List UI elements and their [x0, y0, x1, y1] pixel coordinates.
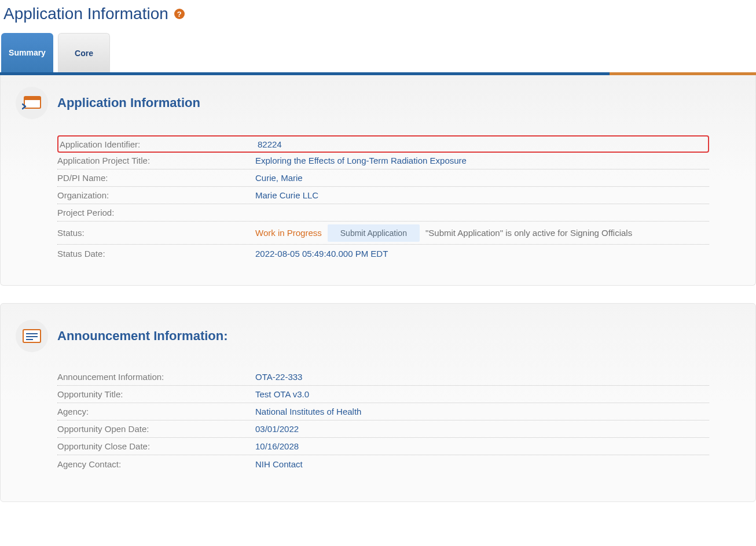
label-contact: Agency Contact: [57, 459, 255, 469]
row-open-date: Opportunity Open Date: 03/01/2022 [57, 420, 709, 438]
label-status-date: Status Date: [57, 249, 255, 259]
row-announcement-info: Announcement Information: OTA-22-333 [57, 368, 709, 386]
submit-application-button[interactable]: Submit Application [328, 224, 420, 242]
row-status-date: Status Date: 2022-08-05 05:49:40.000 PM … [57, 245, 709, 262]
row-organization: Organization: Marie Curie LLC [57, 187, 709, 204]
value-status: Work in Progress [255, 228, 322, 238]
value-opp-title: Test OTA v3.0 [255, 389, 709, 399]
row-project-title: Application Project Title: Exploring the… [57, 152, 709, 169]
row-agency-contact: Agency Contact: NIH Contact [57, 455, 709, 473]
label-ann-info: Announcement Information: [57, 372, 255, 382]
value-ann-info: OTA-22-333 [255, 372, 709, 382]
value-proj-title: Exploring the Effects of Long-Term Radia… [255, 156, 709, 165]
label-org: Organization: [57, 190, 255, 200]
row-pi-name: PD/PI Name: Curie, Marie [57, 169, 709, 187]
label-status: Status: [57, 228, 255, 238]
help-icon[interactable]: ? [174, 9, 185, 19]
label-open: Opportunity Open Date: [57, 424, 255, 434]
label-pi: PD/PI Name: [57, 173, 255, 183]
application-section-icon [16, 87, 48, 119]
row-close-date: Opportunity Close Date: 10/16/2028 [57, 438, 709, 455]
row-agency: Agency: National Institutes of Health [57, 403, 709, 420]
tab-core[interactable]: Core [58, 33, 110, 72]
announcement-section-icon [16, 320, 48, 352]
value-app-id: 82224 [258, 139, 707, 149]
row-application-identifier: Application Identifier: 82224 [57, 135, 709, 153]
row-project-period: Project Period: [57, 204, 709, 222]
value-org: Marie Curie LLC [255, 190, 709, 200]
label-agency: Agency: [57, 407, 255, 416]
row-opportunity-title: Opportunity Title: Test OTA v3.0 [57, 386, 709, 403]
row-status: Status: Work in Progress Submit Applicat… [57, 222, 709, 245]
page-title: Application Information [3, 5, 168, 23]
value-close: 10/16/2028 [255, 441, 709, 451]
label-app-id: Application Identifier: [60, 139, 258, 149]
svg-rect-1 [24, 97, 41, 100]
label-opp-title: Opportunity Title: [57, 389, 255, 399]
value-open: 03/01/2022 [255, 424, 709, 434]
tab-summary[interactable]: Summary [1, 33, 53, 72]
value-status-date: 2022-08-05 05:49:40.000 PM EDT [255, 249, 709, 259]
tab-bar: Summary Core [0, 29, 756, 72]
label-proj-title: Application Project Title: [57, 156, 255, 165]
label-close: Opportunity Close Date: [57, 441, 255, 451]
announcement-info-panel: Announcement Information: Announcement I… [0, 303, 756, 502]
application-section-title: Application Information [57, 95, 200, 110]
value-agency: National Institutes of Health [255, 407, 709, 416]
value-contact: NIH Contact [255, 459, 709, 469]
submit-hint: "Submit Application" is only active for … [425, 228, 632, 238]
label-period: Project Period: [57, 208, 255, 217]
announcement-section-title: Announcement Information: [57, 329, 228, 344]
application-info-panel: Application Information Application Iden… [0, 75, 756, 286]
value-pi: Curie, Marie [255, 173, 709, 183]
